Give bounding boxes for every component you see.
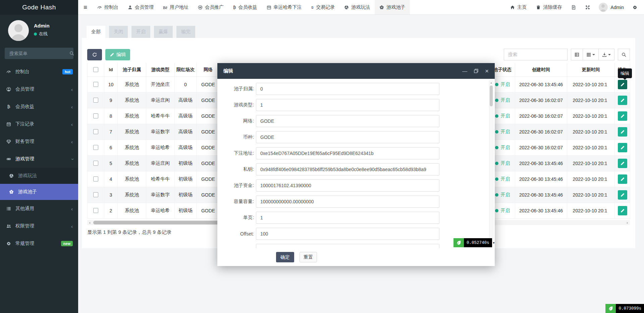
reset-button[interactable]: 重置 xyxy=(300,252,317,262)
profiler-badge[interactable]: 0.052740s ▾ xyxy=(453,238,495,247)
modal-field-input[interactable] xyxy=(256,196,439,208)
modal-field-input[interactable] xyxy=(256,179,439,192)
topnav-item-tachometer[interactable]: 控制台 xyxy=(93,0,123,14)
refresh-button[interactable] xyxy=(87,49,102,60)
row-checkbox[interactable] xyxy=(93,82,98,87)
sidebar-item-chart-pie[interactable]: 游戏玩法 xyxy=(0,168,78,184)
tab-全部[interactable]: 全部 xyxy=(87,26,105,38)
row-select-cell xyxy=(88,140,104,155)
modal-field-input[interactable] xyxy=(256,131,439,143)
sidebar-item-diamond[interactable]: 财务管理‹ xyxy=(0,133,78,150)
confirm-button[interactable]: 确定 xyxy=(276,252,294,262)
topnav-item-shekel[interactable]: ₪交易记录 xyxy=(307,0,340,14)
sidebar-item-pool[interactable]: 游戏池子 xyxy=(0,184,78,200)
profiler-badge[interactable]: 0.073099s xyxy=(605,304,644,313)
sidebar-item-tachometer[interactable]: 控制台hot xyxy=(0,63,78,81)
cell-limit: 高级场 xyxy=(175,108,197,124)
modal-field-input[interactable] xyxy=(256,115,439,127)
modal-field-input[interactable] xyxy=(256,83,439,95)
cell-actions xyxy=(615,76,630,92)
column-header-创建时间[interactable]: 创建时间 xyxy=(515,63,567,76)
row-edit-button[interactable] xyxy=(618,96,627,105)
row-edit-button[interactable] xyxy=(618,206,627,215)
tab-关闭[interactable]: 关闭 xyxy=(109,26,128,38)
row-edit-button[interactable] xyxy=(618,111,627,121)
row-edit-button[interactable] xyxy=(618,143,627,152)
column-header-池子归属[interactable]: 池子归属 xyxy=(118,63,146,76)
scroll-right-icon[interactable]: › xyxy=(625,220,630,225)
cell-created: 2022-06-30 13:45:46 xyxy=(515,155,567,171)
caret-down-icon[interactable]: ▾ xyxy=(493,241,495,245)
row-checkbox[interactable] xyxy=(93,208,98,213)
sidebar-item-bitcoin[interactable]: ₿会员收益‹ xyxy=(0,98,78,115)
sidebar-item-calendar[interactable]: 下注记录‹ xyxy=(0,115,78,133)
sidebar-item-user-circle[interactable]: 会员管理‹ xyxy=(0,81,78,98)
edit-toolbar-button[interactable]: 编辑 xyxy=(105,49,130,60)
sidebar-item-gamepad[interactable]: 游戏管理‹ xyxy=(0,150,78,168)
log-button[interactable] xyxy=(568,5,579,10)
sidebar-item-list[interactable]: 其他通用‹ xyxy=(0,200,78,217)
row-checkbox[interactable] xyxy=(93,98,98,103)
topnav-item-clear-cache[interactable]: 清除缓存 xyxy=(533,4,565,10)
hamburger-icon[interactable]: ≡ xyxy=(78,0,93,14)
topnav-item-promote[interactable]: 会员推广 xyxy=(193,0,228,14)
modal-field-input[interactable] xyxy=(256,228,439,240)
topnav-user[interactable]: Admin xyxy=(596,3,627,12)
row-edit-button[interactable] xyxy=(618,174,627,184)
row-checkbox[interactable] xyxy=(93,145,98,150)
column-header-网络[interactable]: 网络 xyxy=(197,63,220,76)
tab-开启[interactable]: 开启 xyxy=(131,26,150,38)
modal-field: 游戏类型: xyxy=(217,99,495,111)
search-button[interactable] xyxy=(618,49,630,60)
select-all-checkbox[interactable] xyxy=(93,67,98,72)
toggle-pagination-button[interactable] xyxy=(571,49,583,60)
fullscreen-button[interactable] xyxy=(582,5,593,10)
row-edit-button[interactable] xyxy=(618,80,627,89)
row-checkbox[interactable] xyxy=(93,176,98,181)
columns-button[interactable] xyxy=(583,49,599,60)
app-logo[interactable]: Gode Hash xyxy=(0,0,78,15)
topnav-item-calendar[interactable]: 幸运哈希下注 xyxy=(262,0,307,14)
scroll-left-icon[interactable]: ‹ xyxy=(87,220,93,225)
sidebar-item-cogs[interactable]: 常规管理new xyxy=(0,235,78,252)
scrollbar-thumb[interactable] xyxy=(490,86,493,106)
close-icon[interactable]: × xyxy=(485,68,489,74)
column-header-更新时间[interactable]: 更新时间 xyxy=(567,63,615,76)
minimize-icon[interactable]: — xyxy=(462,68,467,73)
row-checkbox[interactable] xyxy=(93,192,98,197)
column-header-Id[interactable]: Id xyxy=(104,63,118,76)
modal-field-input[interactable] xyxy=(256,163,439,175)
modal-header[interactable]: 编辑 — × xyxy=(217,63,495,79)
column-header-游戏类型[interactable]: 游戏类型 xyxy=(146,63,175,76)
topnav-item-user[interactable]: 会员管理 xyxy=(123,0,158,14)
row-edit-button[interactable] xyxy=(618,190,627,200)
topnav-item-pool[interactable]: 游戏池子 xyxy=(375,0,410,14)
topnav-item-behance[interactable]: Bē用户地址 xyxy=(158,0,193,14)
row-checkbox[interactable] xyxy=(93,113,98,118)
sidebar-item-users[interactable]: 权限管理‹ xyxy=(0,217,78,235)
table-search-input[interactable] xyxy=(504,49,568,60)
search-icon[interactable] xyxy=(69,51,74,56)
modal-field-input[interactable] xyxy=(256,244,439,248)
tab-赢爆[interactable]: 赢爆 xyxy=(154,26,173,38)
modal-scrollbar[interactable]: ▲ xyxy=(489,81,493,247)
row-edit-button[interactable] xyxy=(618,159,627,168)
modal-field-input[interactable] xyxy=(256,212,439,224)
topnav-item-chart-pie[interactable]: 游戏玩法 xyxy=(339,0,375,14)
sidebar-search-input[interactable] xyxy=(9,51,69,56)
topnav-item-home[interactable]: 主页 xyxy=(507,4,530,10)
modal-field-input[interactable] xyxy=(256,147,439,159)
tab-输完[interactable]: 输完 xyxy=(176,26,195,38)
scroll-up-icon[interactable]: ▲ xyxy=(489,82,493,84)
chevron-left-icon: ‹ xyxy=(71,223,73,229)
row-edit-button[interactable] xyxy=(618,127,627,137)
topnav-item-bitcoin[interactable]: ₿会员收益 xyxy=(228,0,262,14)
modal-field-input[interactable] xyxy=(256,99,439,111)
row-checkbox[interactable] xyxy=(93,129,98,134)
row-checkbox[interactable] xyxy=(93,161,98,166)
modal-footer: 确定 重置 xyxy=(217,248,495,266)
export-button[interactable] xyxy=(599,49,614,60)
column-header-限红场次[interactable]: 限红场次 xyxy=(175,63,197,76)
maximize-icon[interactable] xyxy=(474,69,478,73)
settings-button[interactable] xyxy=(629,5,641,10)
